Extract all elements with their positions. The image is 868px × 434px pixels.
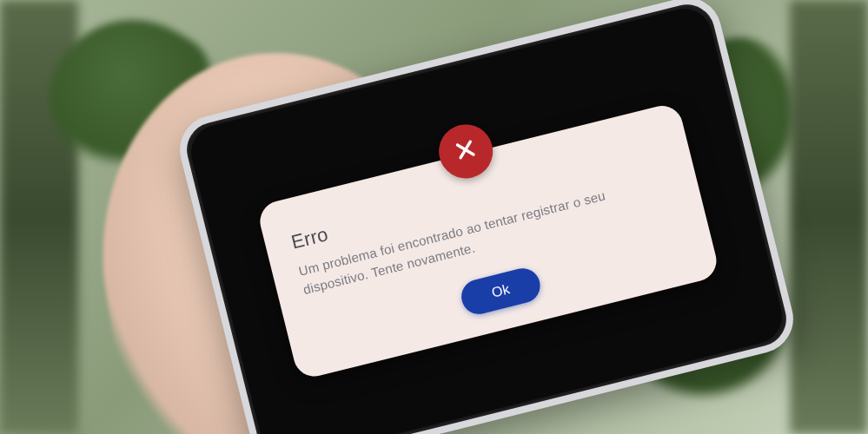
dialog-card: Erro Um problema foi encontrado ao tenta… <box>255 102 720 381</box>
error-icon-badge <box>434 119 499 184</box>
close-icon <box>452 136 480 167</box>
error-dialog: Erro Um problema foi encontrado ao tenta… <box>255 102 720 381</box>
ok-button[interactable]: Ok <box>458 265 544 318</box>
svg-line-1 <box>457 141 473 157</box>
